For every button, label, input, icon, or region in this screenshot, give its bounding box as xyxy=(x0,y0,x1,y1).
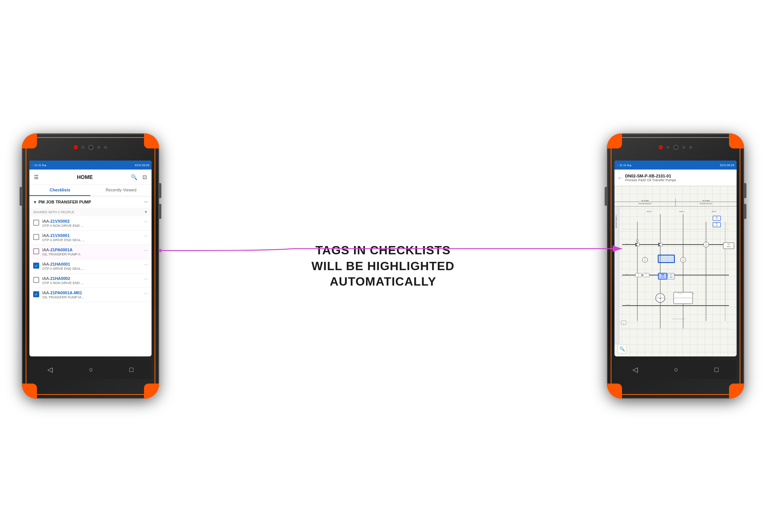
svg-text:TI: TI xyxy=(646,274,647,275)
right-status-bar: ··· 31 31 M▲ 61% 09:26 xyxy=(614,161,737,170)
right-corner-br xyxy=(729,384,744,399)
right-status-left: ··· 31 31 M▲ xyxy=(617,164,632,167)
phone-sensors xyxy=(74,145,107,150)
item-title-3: IAA-21PA0001A xyxy=(42,248,141,252)
checkbox-6[interactable] xyxy=(33,291,39,297)
sensor-dot-3 xyxy=(104,146,107,149)
side-button-right-2 xyxy=(159,204,161,219)
checkbox-4[interactable] xyxy=(33,263,39,269)
svg-text:TW: TW xyxy=(661,274,664,276)
checkbox-5[interactable] xyxy=(33,277,39,283)
svg-text:2CHY001: 2CHY001 xyxy=(691,293,696,294)
checklist-item-1[interactable]: IAA-21VX0002 OTP A NON DRIVE END ... ··· xyxy=(29,216,152,231)
svg-point-1 xyxy=(159,249,162,252)
left-nav-title: HOME xyxy=(77,174,93,180)
collapse-icon[interactable]: ▼ xyxy=(33,200,37,204)
svg-text:W53: W53 xyxy=(715,225,718,226)
right-sensor-dot-2 xyxy=(682,146,685,149)
left-phone-screen: ··· 31 31 M▲ 61% 09:26 ☰ HOME 🔍 ⊡ xyxy=(29,161,152,356)
item-text-2: IAA-21VX0001 OTP A DRIVE END SEAL ... xyxy=(42,233,141,242)
checkbox-3[interactable] xyxy=(33,248,39,254)
scan-icon[interactable]: ⊡ xyxy=(142,174,147,180)
center-message: TAGS IN CHECKLISTS WILL BE HIGHLIGHTED A… xyxy=(311,243,454,290)
shared-label: SHARED WITH 2 PEOPLE ▼ xyxy=(29,208,152,216)
svg-text:ZN-0057-6250-PL-0210-1320-N: ZN-0057-6250-PL-0210-1320-N xyxy=(672,318,685,320)
item-more-3[interactable]: ··· xyxy=(144,248,148,253)
svg-text:FI: FI xyxy=(683,258,684,260)
svg-text:2CHY002: 2CHY002 xyxy=(626,304,630,305)
section-title: PM JOB TRANSFER PUMP xyxy=(38,200,91,204)
item-prefix-5: IAA- xyxy=(42,276,50,281)
item-more-1[interactable]: ··· xyxy=(144,219,148,224)
item-prefix-4: IAA- xyxy=(42,262,50,266)
svg-text:LI: LI xyxy=(706,243,707,244)
right-corner-bl xyxy=(607,384,622,399)
nav-icons: 🔍 ⊡ xyxy=(131,174,147,180)
svg-text:TI: TI xyxy=(670,274,672,276)
checkbox-1[interactable] xyxy=(33,220,39,226)
right-side-button-left xyxy=(605,187,607,206)
checklist-item-5[interactable]: IAA-21HA0002 OTP A NON DRIVE END ... ··· xyxy=(29,274,152,288)
checkbox-2[interactable] xyxy=(33,234,39,240)
right-recents-button[interactable]: □ xyxy=(714,366,719,374)
left-battery-text: 61% 09:26 xyxy=(135,164,149,167)
checklist-item-4[interactable]: IAA-21HA0001 OTP A DRIVE END SEAL ... ··… xyxy=(29,259,152,274)
svg-text:006: 006 xyxy=(661,276,664,278)
right-back-button[interactable]: ◁ xyxy=(633,365,638,374)
sensor-dot-2 xyxy=(97,146,100,149)
svg-text:NOTE 21: NOTE 21 xyxy=(647,211,652,212)
section-more-icon[interactable]: ··· xyxy=(144,199,148,205)
back-button[interactable]: ◁ xyxy=(47,365,53,374)
side-button-right-1 xyxy=(159,183,161,198)
hamburger-icon[interactable]: ☰ xyxy=(34,174,39,180)
tab-recently-viewed[interactable]: Recently Viewed xyxy=(90,185,152,196)
right-sensor-red xyxy=(659,145,663,149)
item-more-4[interactable]: ··· xyxy=(144,262,148,267)
left-bottom-nav: ◁ ○ □ xyxy=(29,360,152,379)
item-title-2: IAA-21VX0001 xyxy=(42,233,141,238)
right-bottom-nav: ◁ ○ □ xyxy=(614,360,737,379)
item-text-6: IAA-21PA0001A-M01 OIL TRANSFER PUMP M... xyxy=(42,290,141,299)
corner-br xyxy=(144,384,159,399)
item-sub-6: OIL TRANSFER PUMP M... xyxy=(42,295,141,299)
checklist-item-2[interactable]: IAA-21VX0001 OTP A DRIVE END SEAL ... ··… xyxy=(29,231,152,245)
item-title-1: IAA-21VX0002 xyxy=(42,219,141,223)
svg-text:DN02-SM-P-XB-A302-S1: DN02-SM-P-XB-A302-S1 xyxy=(616,215,617,228)
checklist-item-6[interactable]: IAA-21PA0001A-M01 OIL TRANSFER PUMP M...… xyxy=(29,288,152,302)
sensor-dot-1 xyxy=(81,146,84,149)
item-title-4: IAA-21HA0001 xyxy=(42,262,141,266)
item-tag-2: 21VX0001 xyxy=(50,233,69,238)
center-line2: WILL BE HIGHLIGHTED xyxy=(311,259,454,272)
right-camera-dot xyxy=(673,145,679,150)
pid-diagram: HD PLANE DN02-SM-P-XB-A302-S1 HD PLANE D… xyxy=(614,186,737,356)
right-phone-shell: ··· 31 31 M▲ 61% 09:26 ← DN02-SM-P-XB-21… xyxy=(608,134,743,398)
side-button-left xyxy=(20,187,22,206)
checklist-item-3[interactable]: IAA-21PA0001A OIL TRANSFER PUMP A ··· xyxy=(29,245,152,259)
center-line1: TAGS IN CHECKLISTS xyxy=(316,243,451,257)
right-phone-sensors xyxy=(659,145,692,150)
tab-checklists[interactable]: Checklists xyxy=(29,185,90,196)
svg-text:201: 201 xyxy=(705,245,707,246)
shared-collapse-icon[interactable]: ▼ xyxy=(144,210,148,214)
magnifier-symbol: 🔍 xyxy=(619,346,625,352)
pid-magnifier-icon[interactable]: 🔍 xyxy=(617,344,627,353)
item-more-2[interactable]: ··· xyxy=(144,233,148,238)
shared-label-text: SHARED WITH 2 PEOPLE xyxy=(33,210,74,214)
item-more-6[interactable]: ··· xyxy=(144,290,148,296)
right-home-button[interactable]: ○ xyxy=(674,366,678,374)
item-more-5[interactable]: ··· xyxy=(144,276,148,281)
center-message-text: TAGS IN CHECKLISTS WILL BE HIGHLIGHTED A… xyxy=(311,243,454,290)
svg-text:PI: PI xyxy=(644,258,645,260)
search-icon[interactable]: 🔍 xyxy=(131,174,137,180)
svg-text:A302: A302 xyxy=(626,243,628,244)
right-battery-text: 61% 09:26 xyxy=(720,164,734,167)
pid-back-button[interactable]: ← xyxy=(617,175,623,181)
left-status-icons: ··· 31 31 M▲ xyxy=(32,164,47,167)
corner-bl xyxy=(22,384,37,399)
right-status-right: 61% 09:26 xyxy=(720,164,734,167)
pid-svg: HD PLANE DN02-SM-P-XB-A302-S1 HD PLANE D… xyxy=(614,186,737,356)
svg-text:302: 302 xyxy=(716,218,718,220)
home-button[interactable]: ○ xyxy=(89,366,93,374)
right-phone: ··· 31 31 M▲ 61% 09:26 ← DN02-SM-P-XB-21… xyxy=(608,134,743,398)
recents-button[interactable]: □ xyxy=(129,366,133,374)
